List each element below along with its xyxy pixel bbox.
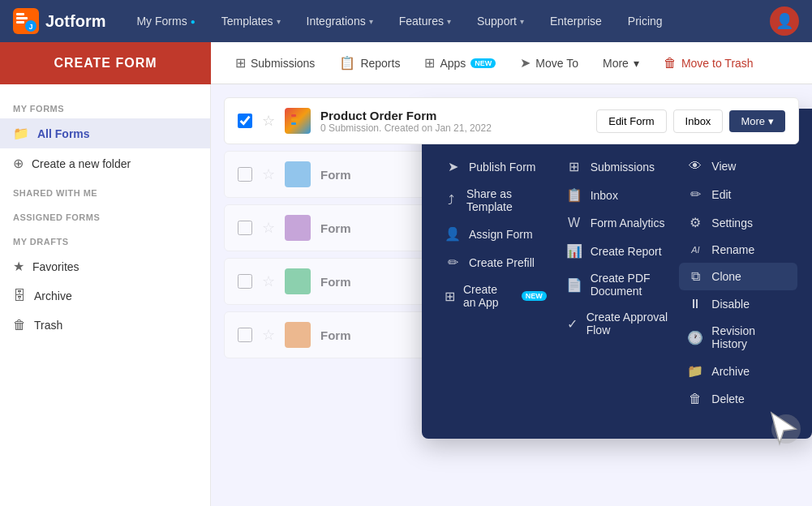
report-icon: 📊 — [566, 243, 582, 259]
avatar[interactable]: 👤 — [770, 6, 799, 36]
form-subtitle: 0 Submission. Created on Jan 21, 2022 — [320, 122, 586, 134]
dropdown-approval-flow[interactable]: ✓ Create Approval Flow — [566, 304, 668, 343]
dropdown-inbox[interactable]: 📋 Inbox — [566, 181, 668, 209]
create-app-badge: NEW — [522, 291, 547, 301]
dropdown-disable[interactable]: ⏸ Disable — [687, 290, 789, 318]
toolbar-move-to-btn[interactable]: ➤ Move To — [509, 47, 590, 79]
logo-text: Jotform — [45, 12, 105, 31]
svg-rect-3 — [16, 21, 24, 24]
form-row-checkbox-3[interactable] — [238, 221, 252, 235]
dropdown-edit[interactable]: ✏ Edit — [687, 180, 789, 208]
nav-pricing[interactable]: Pricing — [623, 11, 668, 31]
svg-rect-0 — [13, 8, 39, 34]
toolbar-reports-btn[interactable]: 📋 Reports — [328, 47, 411, 79]
star-icon: ★ — [13, 259, 24, 274]
more-dropdown-menu: PUBLISH ➤ Publish Form ⤴ Share as Templa… — [422, 109, 812, 439]
sidebar-assigned-label: ASSIGNED FORMS — [0, 203, 210, 227]
sidebar-item-trash[interactable]: 🗑 Trash — [0, 311, 210, 340]
form-row-checkbox-5[interactable] — [238, 328, 252, 342]
submissions-icon: ⊞ — [235, 55, 246, 71]
dropdown-assign-form[interactable]: 👤 Assign Form — [445, 220, 547, 248]
nav-my-forms[interactable]: My Forms ● — [131, 11, 200, 31]
form-row-star-4[interactable]: ☆ — [262, 272, 275, 290]
move-to-icon: ➤ — [520, 55, 531, 71]
more-button[interactable]: More ▾ — [729, 110, 785, 132]
toolbar-apps-btn[interactable]: ⊞ Apps NEW — [413, 47, 507, 79]
more-chevron-icon: ▾ — [634, 57, 639, 70]
sidebar-item-favorites[interactable]: ★ Favorites — [0, 251, 210, 281]
svg-rect-1 — [16, 13, 24, 15]
dropdown-share-template[interactable]: ⤴ Share as Template — [445, 181, 547, 220]
dropdown-publish-col: PUBLISH ➤ Publish Form ⤴ Share as Templa… — [445, 128, 547, 413]
form-info: Product Order Form 0 Submission. Created… — [320, 109, 586, 134]
assign-icon: 👤 — [445, 226, 461, 242]
dropdown-archive[interactable]: 📁 Archive — [687, 357, 789, 385]
sidebar-shared-label: SHARED WITH ME — [0, 178, 210, 203]
approval-icon: ✓ — [566, 316, 578, 332]
delete-icon: 🗑 — [687, 392, 703, 406]
data-submissions-icon: ⊞ — [566, 159, 582, 174]
nav-enterprise[interactable]: Enterprise — [545, 11, 607, 31]
nav-support[interactable]: Support ▾ — [472, 11, 529, 31]
dropdown-view[interactable]: 👁 View — [687, 152, 789, 180]
dropdown-submissions[interactable]: ⊞ Submissions — [566, 152, 668, 181]
svg-text:J: J — [28, 23, 32, 31]
form-row-icon-2 — [285, 161, 311, 187]
form-title: Product Order Form — [320, 109, 586, 122]
main-content: ☆ Product Order Form 0 Submission. Creat… — [211, 84, 812, 506]
inbox-button[interactable]: Inbox — [673, 109, 724, 133]
toolbar-submissions-btn[interactable]: ⊞ Submissions — [224, 47, 326, 79]
dropdown-publish-form[interactable]: ➤ Publish Form — [445, 152, 547, 181]
create-form-button[interactable]: CREATE FORM — [0, 42, 211, 84]
dropdown-data-col: DATA ⊞ Submissions 📋 Inbox W Form Analyt… — [566, 128, 668, 413]
dropdown-settings[interactable]: ⚙ Settings — [687, 208, 789, 237]
create-app-icon: ⊞ — [445, 289, 455, 304]
dropdown-rename[interactable]: AI Rename — [687, 237, 789, 263]
toolbar-move-trash-btn[interactable]: 🗑 Move to Trash — [652, 47, 765, 79]
form-row-star[interactable]: ☆ — [262, 112, 275, 130]
dropdown-form-analytics[interactable]: W Form Analytics — [566, 209, 668, 237]
form-row-checkbox[interactable] — [238, 114, 252, 128]
svg-rect-8 — [291, 122, 296, 125]
dropdown-create-report[interactable]: 📊 Create Report — [566, 237, 668, 265]
dropdown-create-prefill[interactable]: ✏ Create Prefill — [445, 248, 547, 277]
svg-rect-6 — [291, 114, 296, 117]
top-navigation: J Jotform My Forms ● Templates ▾ Integra… — [0, 0, 812, 42]
history-icon: 🕐 — [687, 330, 703, 345]
sidebar-item-archive[interactable]: 🗄 Archive — [0, 281, 210, 311]
form-row-star-5[interactable]: ☆ — [262, 326, 275, 344]
dropdown-delete[interactable]: 🗑 Delete — [687, 385, 789, 413]
form-row-icon-4 — [285, 268, 311, 294]
share-icon: ⤴ — [445, 193, 458, 208]
nav-templates[interactable]: Templates ▾ — [217, 11, 286, 31]
pdf-icon: 📄 — [566, 277, 582, 293]
svg-rect-2 — [16, 17, 28, 19]
nav-integrations[interactable]: Integrations ▾ — [302, 11, 378, 31]
archive-icon: 🗄 — [13, 289, 26, 303]
logo[interactable]: J Jotform — [13, 8, 105, 34]
dropdown-create-pdf[interactable]: 📄 Create PDF Document — [566, 265, 668, 304]
rename-icon: AI — [687, 245, 703, 255]
analytics-icon: W — [566, 216, 582, 230]
sidebar-drafts-label: MY DRAFTS — [0, 227, 210, 251]
form-row-product-order: ☆ Product Order Form 0 Submission. Creat… — [224, 97, 799, 144]
trash-toolbar-icon: 🗑 — [664, 56, 677, 71]
toolbar: ⊞ Submissions 📋 Reports ⊞ Apps NEW ➤ Mov… — [211, 42, 812, 84]
apps-new-badge: NEW — [470, 58, 496, 68]
form-row-checkbox-2[interactable] — [238, 167, 252, 182]
dropdown-create-app[interactable]: ⊞ Create an App NEW — [445, 277, 547, 315]
form-row-star-2[interactable]: ☆ — [262, 165, 275, 183]
sidebar-item-new-folder[interactable]: ⊕ Create a new folder — [0, 148, 210, 178]
dropdown-clone[interactable]: ⧉ Clone — [679, 263, 797, 290]
form-row-star-3[interactable]: ☆ — [262, 219, 275, 237]
nav-features[interactable]: Features ▾ — [394, 11, 456, 31]
archive-dd-icon: 📁 — [687, 363, 703, 379]
sidebar-item-all-forms[interactable]: 📁 All Forms — [0, 118, 210, 148]
toolbar-more-btn[interactable]: More ▾ — [591, 47, 651, 79]
form-actions: Edit Form Inbox More ▾ — [596, 109, 785, 133]
edit-form-button[interactable]: Edit Form — [596, 109, 666, 133]
dropdown-revision-history[interactable]: 🕐 Revision History — [687, 318, 789, 357]
svg-marker-10 — [771, 413, 796, 444]
form-row-checkbox-4[interactable] — [238, 274, 252, 289]
edit-icon: ✏ — [687, 187, 703, 202]
